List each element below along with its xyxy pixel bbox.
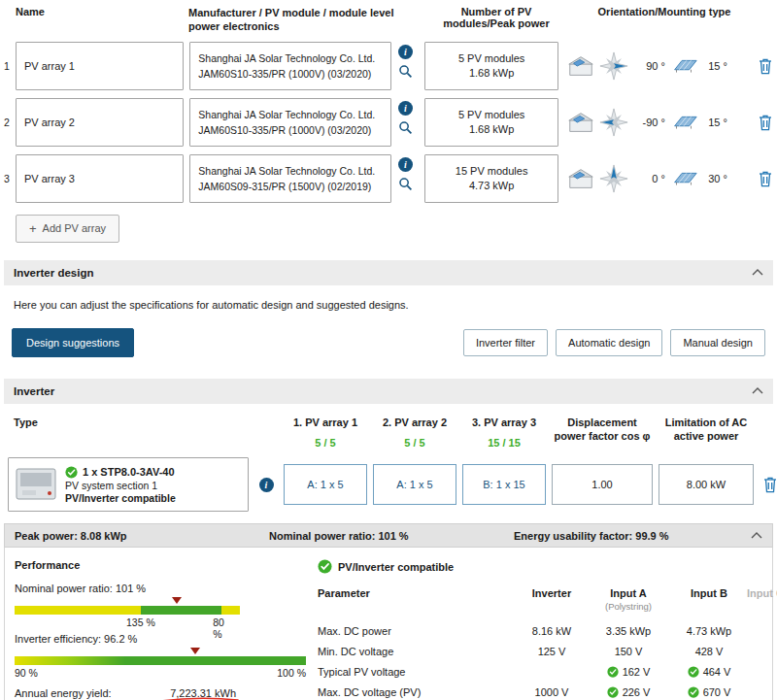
inverter-design-body: Here you can adjust the specifications f…: [4, 285, 773, 361]
inverter-table-header: Type 1. PV array 1 5 / 5 2. PV array 2 5…: [4, 416, 773, 450]
eff-gauge-label: Inverter efficiency: 96.2 %: [15, 633, 306, 645]
manufacturer-name: Shanghai JA Solar Technology Co. Ltd.: [198, 107, 382, 122]
info-icon[interactable]: i: [398, 157, 413, 172]
inverter-name: 1 x STP8.0-3AV-40: [83, 466, 175, 478]
input-c-value: [747, 662, 777, 683]
header-modules: Number of PV modules/Peak power: [425, 6, 567, 34]
module-count: 15 PV modules: [456, 165, 528, 177]
pv-array-name-field[interactable]: PV array 2: [16, 98, 184, 147]
module-count-field[interactable]: 5 PV modules 1.68 kWp: [424, 98, 557, 147]
header-pv3: 3. PV array 3 15 / 15: [462, 416, 546, 450]
pv-module-field[interactable]: Shanghai JA Solar Technology Co. Ltd. JA…: [189, 98, 390, 147]
compass-icon[interactable]: [599, 108, 628, 137]
compass-icon[interactable]: [599, 164, 628, 193]
eff-tick-high: 100 %: [277, 667, 306, 681]
inverter-image: [15, 467, 57, 502]
manufacturer-name: Shanghai JA Solar Technology Co. Ltd.: [198, 163, 382, 179]
tilted-panel-icon[interactable]: [669, 113, 698, 132]
module-actions: i: [394, 154, 418, 191]
pv-array-row-2: 2 PV array 2 Shanghai JA Solar Technolog…: [4, 98, 773, 147]
delete-icon[interactable]: [762, 476, 777, 493]
pv2-count: 5 / 5: [404, 436, 424, 450]
check-icon: [688, 666, 699, 678]
header-spacer: [254, 416, 278, 450]
header-cos-phi: Displacement power factor cos φ: [552, 416, 653, 450]
pv-array-name-field[interactable]: PV array 1: [16, 42, 184, 90]
input-b-value: 464 V: [671, 662, 747, 683]
chevron-up-icon[interactable]: [751, 532, 762, 539]
search-icon[interactable]: [398, 64, 413, 79]
info-icon[interactable]: i: [398, 101, 413, 116]
ac-limit-field[interactable]: 8.00 kW: [659, 464, 754, 505]
header-manufacturer: Manufacturer / PV module / module level …: [188, 6, 425, 34]
col-header-inverter: Inverter: [518, 587, 586, 620]
module-count-field[interactable]: 15 PV modules 4.73 kWp: [424, 154, 557, 203]
roof-mounting-icon[interactable]: [566, 54, 595, 78]
inverter-type-box[interactable]: 1 x STP8.0-3AV-40 PV system section 1 PV…: [8, 457, 249, 512]
pv3-config-box[interactable]: B: 1 x 15: [462, 464, 546, 505]
info-icon[interactable]: i: [398, 45, 413, 59]
module-count-field[interactable]: 5 PV modules 1.68 kWp: [424, 42, 557, 90]
module-count: 5 PV modules: [458, 52, 524, 64]
tilted-panel-icon[interactable]: [669, 56, 698, 76]
azimuth-value[interactable]: -90 °: [632, 117, 665, 128]
eff-marker: [190, 648, 200, 654]
pv2-config-box[interactable]: A: 1 x 5: [373, 464, 456, 505]
search-icon[interactable]: [398, 120, 413, 135]
input-c-value: [747, 621, 777, 642]
cos-phi-field[interactable]: 1.00: [552, 464, 653, 505]
row-index: 1: [4, 60, 16, 72]
tilt-value[interactable]: 30 °: [702, 173, 727, 184]
roof-mounting-icon[interactable]: [566, 167, 595, 190]
peak-power: 1.68 kWp: [469, 123, 514, 135]
col-header-input-c: Input C: [747, 587, 777, 620]
inverter-design-header[interactable]: Inverter design: [4, 260, 773, 285]
pv-module-field[interactable]: Shanghai JA Solar Technology Co. Ltd. JA…: [189, 42, 390, 90]
pv3-header-label: 3. PV array 3: [472, 416, 536, 429]
module-actions: i: [394, 42, 418, 79]
plus-icon: +: [29, 222, 37, 235]
pv-design-page: Name Manufacturer / PV module / module l…: [0, 0, 777, 700]
inverter-status: PV/Inverter compatible: [65, 492, 176, 504]
tilt-value[interactable]: 15 °: [702, 117, 727, 128]
design-button-row: Design suggestions Inverter filter Autom…: [12, 328, 765, 357]
check-icon: [688, 686, 699, 698]
npr-ticks: 135 % 80 %: [15, 615, 240, 629]
automatic-design-button[interactable]: Automatic design: [556, 329, 662, 356]
red-annotation-underline: [158, 696, 240, 700]
delete-icon[interactable]: [758, 114, 773, 131]
header-name: Name: [4, 6, 188, 34]
stat-row: Annual energy yield: 7,223.31 kWh: [15, 684, 306, 700]
inverter-filter-button[interactable]: Inverter filter: [463, 329, 548, 356]
info-icon[interactable]: i: [259, 478, 274, 492]
pv-array-name-field[interactable]: PV array 3: [16, 154, 184, 203]
azimuth-value[interactable]: 90 °: [632, 60, 665, 72]
add-pv-array-button[interactable]: + Add PV array: [16, 215, 119, 243]
peak-power: 4.73 kWp: [469, 180, 514, 191]
header-spacer: [760, 416, 777, 450]
azimuth-value[interactable]: 0 °: [632, 173, 665, 184]
chevron-up-icon[interactable]: [752, 269, 763, 276]
input-a-value: 226 V: [586, 683, 671, 700]
roof-mounting-icon[interactable]: [566, 111, 595, 134]
input-a-subtitle: (Polystring): [605, 601, 652, 612]
pv-module-field[interactable]: Shanghai JA Solar Technology Co. Ltd. JA…: [189, 154, 390, 203]
search-icon[interactable]: [398, 177, 413, 191]
design-suggestions-button[interactable]: Design suggestions: [12, 328, 134, 357]
inverter-header[interactable]: Inverter: [4, 379, 773, 404]
manual-design-button[interactable]: Manual design: [670, 329, 765, 356]
pv1-count: 5 / 5: [315, 436, 335, 450]
manufacturer-name: Shanghai JA Solar Technology Co. Ltd.: [198, 50, 382, 66]
peak-power-summary: Peak power: 8.08 kWp: [15, 530, 269, 542]
tilted-panel-icon[interactable]: [669, 169, 698, 188]
delete-icon[interactable]: [758, 57, 773, 75]
pv1-config-box[interactable]: A: 1 x 5: [284, 464, 367, 505]
inverter-system-section: PV system section 1: [65, 480, 176, 491]
tilt-value[interactable]: 15 °: [702, 60, 727, 72]
chevron-up-icon[interactable]: [752, 387, 763, 394]
delete-icon[interactable]: [758, 170, 773, 187]
input-b-value: 670 V: [671, 683, 747, 700]
eff-ticks: 90 % 100 %: [15, 667, 306, 681]
compass-icon[interactable]: [599, 51, 628, 81]
inverter-value: 1000 V: [518, 683, 586, 700]
